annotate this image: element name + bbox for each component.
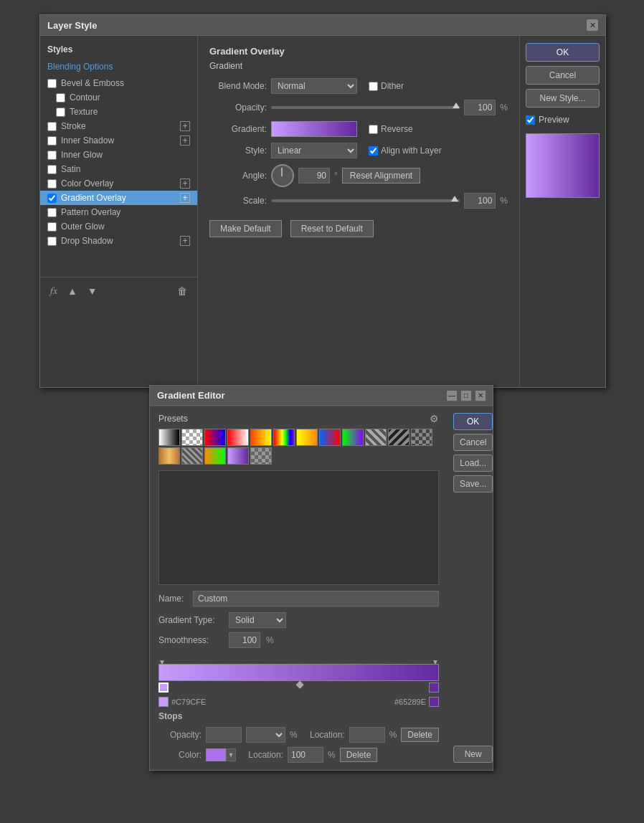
style-item-inner-glow-check[interactable] <box>47 151 57 160</box>
style-item-contour[interactable]: Contour <box>40 90 197 105</box>
color-stop-left[interactable] <box>158 682 169 693</box>
preset-transparent[interactable] <box>181 429 203 446</box>
preset-custom[interactable] <box>227 447 249 465</box>
style-item-drop-shadow[interactable]: Drop Shadow + <box>40 234 197 248</box>
opacity-slider-thumb[interactable] <box>453 103 460 108</box>
ge-close-button[interactable]: ✕ <box>475 391 486 401</box>
style-item-bevel[interactable]: Bevel & Emboss <box>40 76 197 90</box>
scale-slider-track[interactable] <box>271 199 460 202</box>
style-item-gradient-overlay-add[interactable]: + <box>180 193 190 203</box>
gradient-swatch[interactable] <box>271 121 357 137</box>
color-swatch-left[interactable] <box>158 697 169 707</box>
delete-style-button[interactable]: 🗑 <box>174 284 190 298</box>
style-item-drop-shadow-add[interactable]: + <box>180 236 190 246</box>
blend-mode-select[interactable]: Normal <box>271 78 357 94</box>
opacity-stop-right[interactable] <box>432 657 439 664</box>
preset-slant2[interactable] <box>388 429 409 446</box>
stops-opacity-delete-button[interactable]: Delete <box>401 728 439 742</box>
style-item-outer-glow-check[interactable] <box>47 222 57 232</box>
layer-style-close-button[interactable]: ✕ <box>587 19 598 31</box>
ge-name-input[interactable] <box>193 591 439 606</box>
ge-smooth-input[interactable] <box>229 632 260 648</box>
preset-red-blue[interactable] <box>204 429 226 446</box>
ge-load-button[interactable]: Load... <box>453 455 493 472</box>
stops-color-swatch[interactable] <box>206 748 226 761</box>
style-item-inner-glow[interactable]: Inner Glow <box>40 148 197 162</box>
style-item-stroke[interactable]: Stroke + <box>40 119 197 133</box>
stops-opacity-input[interactable] <box>206 727 242 743</box>
preset-yellow-orange[interactable] <box>296 429 318 446</box>
preset-bw[interactable] <box>158 429 180 446</box>
stops-color-location-input[interactable] <box>288 747 323 763</box>
style-item-texture-check[interactable] <box>56 108 65 117</box>
style-item-gradient-overlay-check[interactable] <box>47 194 57 203</box>
ge-minimize-button[interactable]: — <box>447 391 457 401</box>
opacity-input[interactable] <box>464 100 496 115</box>
style-item-stroke-check[interactable] <box>47 122 57 131</box>
preset-diag[interactable] <box>181 447 203 465</box>
style-item-contour-check[interactable] <box>56 93 65 103</box>
cancel-button[interactable]: Cancel <box>526 66 600 85</box>
new-style-button[interactable]: New Style... <box>526 89 600 108</box>
preset-red-yellow[interactable] <box>250 429 272 446</box>
style-item-satin-check[interactable] <box>47 165 57 174</box>
preset-copper[interactable] <box>158 447 180 465</box>
stops-color-delete-button[interactable]: Delete <box>340 748 378 762</box>
reset-alignment-button[interactable]: Reset Alignment <box>342 168 420 184</box>
reverse-checkbox[interactable] <box>369 125 378 134</box>
move-down-button[interactable]: ▼ <box>85 284 100 298</box>
style-item-inner-shadow-add[interactable]: + <box>180 135 190 146</box>
preset-red-white[interactable] <box>227 429 249 446</box>
move-up-button[interactable]: ▲ <box>65 284 80 298</box>
ge-ok-button[interactable]: OK <box>453 413 493 430</box>
angle-input[interactable] <box>298 168 330 184</box>
style-item-inner-shadow-check[interactable] <box>47 136 57 146</box>
ge-type-select[interactable]: Solid <box>229 612 286 628</box>
stops-opacity-location-input[interactable] <box>349 727 385 743</box>
presets-gear-icon[interactable]: ⚙ <box>430 413 439 424</box>
color-stop-right[interactable] <box>429 682 439 693</box>
ge-maximize-button[interactable]: □ <box>461 391 471 401</box>
style-item-color-overlay-check[interactable] <box>47 179 57 189</box>
style-item-stroke-add[interactable]: + <box>180 121 190 131</box>
align-checkbox[interactable] <box>369 146 378 156</box>
dither-checkbox[interactable] <box>369 82 378 91</box>
style-item-color-overlay-add[interactable]: + <box>180 179 190 189</box>
preset-blue-red[interactable] <box>319 429 341 446</box>
style-item-bevel-check[interactable] <box>47 79 57 88</box>
reset-default-button[interactable]: Reset to Default <box>290 220 374 237</box>
style-item-inner-shadow[interactable]: Inner Shadow + <box>40 133 197 148</box>
ge-save-button[interactable]: Save... <box>453 475 493 493</box>
color-swatch-right[interactable] <box>429 697 439 707</box>
ok-button[interactable]: OK <box>526 43 600 62</box>
opacity-slider-track[interactable] <box>271 106 460 109</box>
style-item-color-overlay[interactable]: Color Overlay + <box>40 176 197 191</box>
preset-checker2[interactable] <box>250 447 272 465</box>
style-item-outer-glow[interactable]: Outer Glow <box>40 219 197 234</box>
scale-input[interactable] <box>464 193 496 209</box>
ge-cancel-button[interactable]: Cancel <box>453 434 493 451</box>
preview-checkbox[interactable] <box>526 115 535 125</box>
style-select[interactable]: Linear <box>271 143 357 158</box>
scale-slider-thumb[interactable] <box>451 196 458 201</box>
preset-checker1[interactable] <box>411 429 432 446</box>
preset-green-purple[interactable] <box>342 429 364 446</box>
stop-diamond-midpoint[interactable] <box>295 681 303 689</box>
stops-color-dropdown[interactable]: ▼ <box>226 748 236 761</box>
style-item-texture[interactable]: Texture <box>40 105 197 119</box>
stops-opacity-select[interactable] <box>246 727 285 743</box>
style-item-drop-shadow-check[interactable] <box>47 237 57 246</box>
gradient-bar[interactable] <box>158 664 439 681</box>
style-item-satin[interactable]: Satin <box>40 162 197 176</box>
opacity-stop-left[interactable] <box>158 657 166 664</box>
ge-new-button[interactable]: New <box>453 746 493 763</box>
style-item-gradient-overlay[interactable]: Gradient Overlay + <box>40 191 197 205</box>
make-default-button[interactable]: Make Default <box>209 220 282 237</box>
style-item-pattern-overlay-check[interactable] <box>47 208 57 217</box>
preset-slant1[interactable] <box>365 429 387 446</box>
blending-options-label[interactable]: Blending Options <box>40 60 197 76</box>
preset-rainbow[interactable] <box>273 429 295 446</box>
angle-dial[interactable] <box>271 164 294 187</box>
style-item-pattern-overlay[interactable]: Pattern Overlay <box>40 205 197 219</box>
fx-button[interactable]: 𝑓𝑥 <box>47 283 60 298</box>
